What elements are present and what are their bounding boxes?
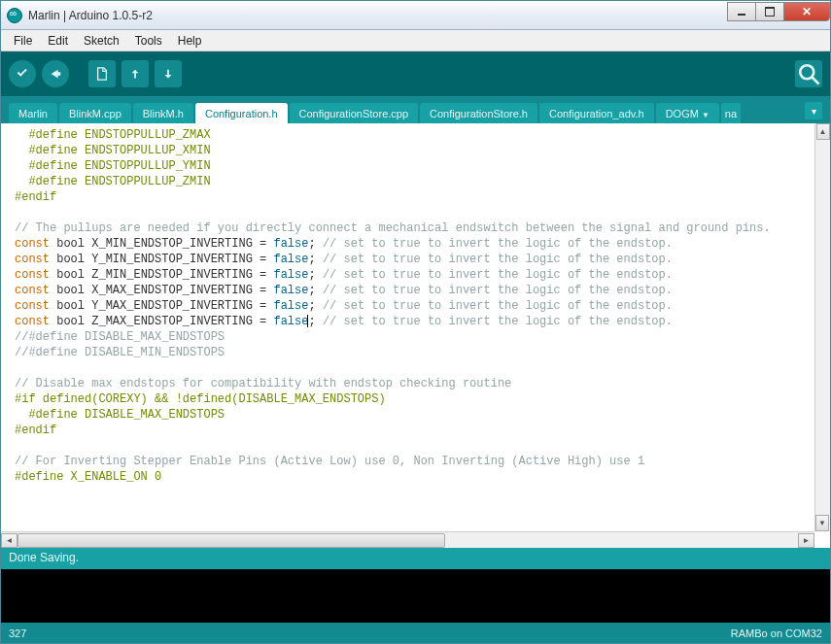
code-editor[interactable]: #define ENDSTOPPULLUP_ZMAX #define ENDST… [1, 123, 830, 529]
tab-blinkm-cpp[interactable]: BlinkM.cpp [59, 103, 131, 123]
window-controls [728, 2, 830, 21]
line-number: 327 [9, 627, 26, 639]
arduino-icon [7, 8, 22, 23]
menu-tools[interactable]: Tools [128, 32, 169, 50]
scroll-thumb[interactable] [17, 533, 445, 548]
maximize-button[interactable] [755, 2, 784, 21]
scroll-right-icon[interactable]: ► [798, 533, 814, 548]
window-title: Marlin | Arduino 1.0.5-r2 [28, 9, 728, 22]
tab-dropdown-button[interactable]: ▾ [805, 102, 822, 119]
save-button[interactable] [155, 60, 182, 87]
verify-button[interactable] [9, 60, 36, 87]
menu-bar: File Edit Sketch Tools Help [1, 30, 830, 51]
tab-configuration-adv-h[interactable]: Configuration_adv.h [539, 103, 654, 123]
tab-bar: Marlin BlinkM.cpp BlinkM.h Configuration… [1, 96, 830, 123]
tab-configurationstore-cpp[interactable]: ConfigurationStore.cpp [290, 103, 419, 123]
close-button[interactable] [783, 2, 830, 21]
tab-dogm[interactable]: DOGM ▼ [656, 103, 719, 123]
minimize-button[interactable] [727, 2, 756, 21]
scroll-up-icon[interactable]: ▲ [816, 123, 830, 140]
horizontal-scrollbar[interactable]: ◄ ► [1, 531, 814, 548]
tab-configurationstore-h[interactable]: ConfigurationStore.h [420, 103, 537, 123]
status-message: Done Saving. [9, 551, 79, 564]
tab-marlin[interactable]: Marlin [9, 103, 57, 123]
console-output[interactable] [1, 569, 830, 623]
vertical-scrollbar[interactable]: ▲ ▼ [814, 123, 830, 531]
menu-sketch[interactable]: Sketch [77, 32, 126, 50]
menu-help[interactable]: Help [171, 32, 209, 50]
tab-configuration-h[interactable]: Configuration.h [195, 103, 288, 123]
menu-file[interactable]: File [7, 32, 39, 50]
footer-bar: 327 RAMBo on COM32 [1, 623, 830, 644]
serial-monitor-button[interactable] [795, 60, 822, 87]
tab-overflow[interactable]: na [721, 103, 741, 123]
title-bar: Marlin | Arduino 1.0.5-r2 [1, 1, 830, 30]
menu-edit[interactable]: Edit [41, 32, 75, 50]
toolbar [1, 51, 830, 96]
editor-area: #define ENDSTOPPULLUP_ZMAX #define ENDST… [1, 123, 830, 548]
scroll-down-icon[interactable]: ▼ [815, 515, 829, 531]
status-bar: Done Saving. [1, 548, 830, 569]
upload-button[interactable] [42, 60, 69, 87]
svg-point-0 [800, 65, 814, 79]
tab-blinkm-h[interactable]: BlinkM.h [133, 103, 193, 123]
board-info: RAMBo on COM32 [731, 627, 822, 639]
open-button[interactable] [121, 60, 149, 87]
scroll-left-icon[interactable]: ◄ [1, 533, 17, 548]
new-button[interactable] [88, 60, 116, 87]
